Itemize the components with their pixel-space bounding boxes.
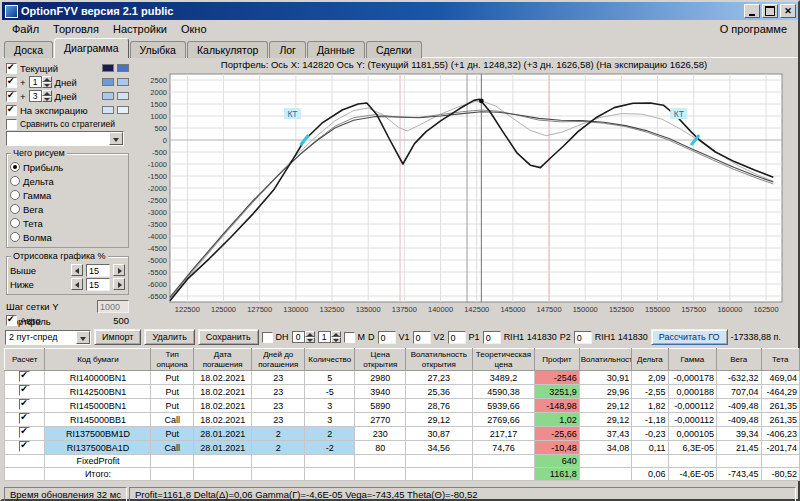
days-spinner-1-arrows[interactable] [42,76,52,88]
maximize-icon[interactable] [762,4,778,18]
minimize-icon[interactable] [744,4,760,18]
column-header-1[interactable]: Код бумаги [45,349,151,371]
tab-4[interactable]: Лог [269,41,306,58]
param-field-V2[interactable]: 0 [448,331,466,344]
import-button[interactable]: Импорт [94,329,141,345]
close-icon[interactable] [780,4,796,18]
curve-checkbox-3[interactable] [6,105,17,116]
arrow-right-icon[interactable] [113,278,125,290]
column-header-14[interactable]: Тета [761,349,800,371]
cell: 3251,9 [535,385,579,399]
arrow-left-icon[interactable] [71,264,83,276]
draw-option-5[interactable]: Волма [10,230,125,244]
radio-icon[interactable] [10,218,20,228]
menu-item-about[interactable]: О программе [712,22,795,36]
portfolio-chart[interactable]: 1225001250001275001300001325001350001375… [132,71,798,315]
preset-select[interactable]: 2 пут-спред [5,330,91,345]
strategy-select[interactable] [6,131,124,146]
column-header-13[interactable]: Вега [717,349,761,371]
chevron-down-icon[interactable] [109,132,123,145]
tab-2[interactable]: Улыбка [130,41,186,58]
radio-icon[interactable] [10,176,20,186]
row-calc-checkbox[interactable] [19,427,30,438]
m-checkbox[interactable] [344,332,355,343]
radio-icon[interactable] [10,232,20,242]
days-spinner-1[interactable]: 1 [29,76,52,88]
draw-option-1[interactable]: Дельта [10,174,125,188]
calc-margin-button[interactable]: Рассчитать ГО [651,329,728,345]
param-field-V1[interactable]: 0 [413,331,431,344]
tab-0[interactable]: Доска [4,41,53,58]
column-header-5[interactable]: Количество [304,349,355,371]
row-calc-checkbox[interactable] [19,371,30,382]
column-header-3[interactable]: Дата погашения [193,349,252,371]
column-header-4[interactable]: Дней до погашения [252,349,305,371]
svg-text:-4500: -4500 [148,244,167,253]
draw-option-0[interactable]: Прибыль [10,160,125,174]
svg-text:0: 0 [163,136,167,145]
spin-down-icon[interactable] [305,337,315,343]
column-header-8[interactable]: Теоретическая цена [472,349,535,371]
tab-3[interactable]: Калькулятор [187,41,268,58]
spin-down-icon[interactable] [42,96,52,102]
draw-option-3[interactable]: Вега [10,202,125,216]
row-calc-checkbox[interactable] [19,441,30,452]
cell: 707,04 [717,385,761,399]
spin-down-icon[interactable] [42,82,52,88]
dh-spinner-1-arrows[interactable] [331,331,341,343]
curve-label-2: Дней [55,91,99,102]
column-header-11[interactable]: Дельта [632,349,668,371]
curve-checkbox-0[interactable] [6,63,17,74]
dh-spinner-1[interactable]: 1 [318,331,341,343]
tab-5[interactable]: Данные [307,41,365,58]
title-bar[interactable]: OptionFYV версия 2.1 public [2,2,798,20]
column-header-9[interactable]: Профит [535,349,579,371]
column-header-12[interactable]: Гамма [668,349,716,371]
days-spinner-2[interactable]: 3 [29,90,52,102]
cell: 30,91 [579,371,632,385]
param-field-D[interactable]: 0 [378,331,396,344]
column-header-6[interactable]: Цена открытия [355,349,406,371]
row-calc-checkbox[interactable] [19,385,30,396]
row-calc-checkbox[interactable] [19,399,30,410]
draw-option-2[interactable]: Гамма [10,188,125,202]
spin-down-icon[interactable] [331,337,341,343]
curve-checkbox-2[interactable] [6,91,17,102]
radio-icon[interactable] [10,204,20,214]
arrow-right-icon[interactable] [113,264,125,276]
arrow-left-icon[interactable] [71,278,83,290]
tab-1[interactable]: Диаграмма [54,38,129,58]
radio-icon[interactable] [10,190,20,200]
draw-option-4[interactable]: Тета [10,216,125,230]
menu-item-1[interactable]: Торговля [46,22,106,36]
dh-spinner-0-arrows[interactable] [305,331,315,343]
render-below-value[interactable]: 15 [86,278,110,291]
column-header-0[interactable]: Расчет [5,349,45,371]
svg-text:130000: 130000 [283,305,308,314]
menu-item-3[interactable]: Окно [174,22,214,36]
param-field-P1[interactable]: 0 [483,331,501,344]
menu-item-0[interactable]: Файл [5,22,46,36]
auto-checkbox[interactable] [6,315,17,326]
column-header-7[interactable]: Волатильность открытия [405,349,472,371]
radio-icon[interactable] [10,162,20,172]
save-button[interactable]: Сохранить [198,329,259,345]
cell [472,455,535,468]
compare-checkbox[interactable] [6,119,17,130]
menu-item-2[interactable]: Настройки [106,22,174,36]
tab-6[interactable]: Сделки [366,41,422,58]
column-header-10[interactable]: Волатильность [579,349,632,371]
column-header-2[interactable]: Тип опциона [151,349,193,371]
chevron-down-icon[interactable] [76,331,90,344]
row-calc-checkbox[interactable] [19,413,30,424]
cell: Put [151,427,193,441]
curve-checkbox-1[interactable] [6,77,17,88]
dh-checkbox[interactable] [262,332,273,343]
delete-button[interactable]: Удалить [144,329,194,345]
render-above-value[interactable]: 15 [86,264,110,277]
cell: 469,04 [761,371,800,385]
param-field-P2[interactable]: 0 [574,331,592,344]
grid-step-value[interactable]: 1000 [97,300,129,313]
days-spinner-2-arrows[interactable] [42,90,52,102]
dh-spinner-0[interactable]: 0 [292,331,315,343]
